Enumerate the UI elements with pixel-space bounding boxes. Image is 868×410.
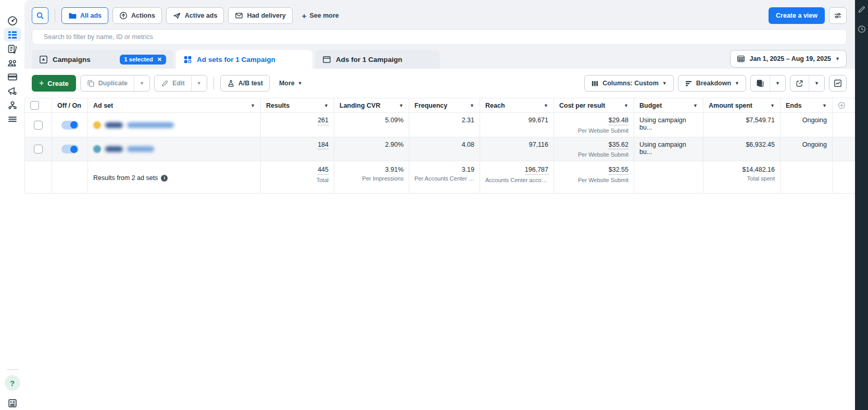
edit-pencil-icon[interactable] [858,5,866,14]
more-button[interactable]: More ▼ [274,80,308,87]
sort-icon[interactable]: ▼ [624,103,628,108]
info-icon[interactable]: i [161,175,168,182]
select-all-checkbox[interactable] [30,101,39,110]
copy-icon [87,80,95,87]
summary-empty-cell [52,161,88,193]
search-input[interactable] [32,29,847,45]
chevron-down-icon: ▼ [662,81,667,86]
account-overview-icon[interactable] [4,14,21,28]
selected-badge[interactable]: 1 selected ✕ [120,55,166,65]
clear-selection-icon[interactable]: ✕ [157,56,162,63]
tab-ad-sets[interactable]: Ad sets for 1 Campaign [176,50,312,69]
summary-empty-cell [24,161,52,193]
redacted-name-part [127,146,154,152]
duplicate-button[interactable]: Duplicate [81,75,134,91]
sort-icon[interactable]: ▼ [822,103,827,108]
status-toggle[interactable] [61,121,79,130]
date-range-picker[interactable]: Jan 1, 2025 – Aug 19, 2025 ▼ [730,50,847,68]
row-checkbox-cell [24,137,52,161]
filter-label: Active ads [185,12,218,19]
summary-cost-cell: $32.55Per Website Submit [554,161,634,193]
right-tools-rail [855,0,868,410]
sort-icon[interactable]: ▼ [250,103,255,108]
more-label: More [279,80,295,87]
ad-set-name-cell[interactable] [88,113,261,137]
sort-icon[interactable]: ▼ [399,103,404,108]
ab-test-button[interactable]: A/B test [220,75,270,92]
reports-nav-icon[interactable] [4,42,21,56]
pencil-icon [161,80,169,87]
ab-test-label: A/B test [238,80,263,87]
filter-label: Had delivery [247,12,285,19]
see-more-button[interactable]: + See more [297,11,344,20]
header-budget[interactable]: Budget▼ [634,98,703,112]
tab-label: Ad sets for 1 Campaign [197,56,275,63]
summary-frequency-cell: 3.19Per Accounts Center accou... [409,161,480,193]
header-frequency[interactable]: Frequency▼ [409,98,480,112]
breakdown-button[interactable]: Breakdown ▼ [678,75,746,92]
events-manager-nav-icon[interactable] [4,98,21,112]
header-ends[interactable]: Ends▼ [781,98,833,112]
summary-reach-cell: 196,787Accounts Center accounts [480,161,554,193]
all-tools-menu-icon[interactable] [4,112,21,126]
sort-icon[interactable]: ▼ [693,103,698,108]
calendar-icon [737,55,745,63]
header-reach[interactable]: Reach▼ [480,98,554,112]
view-settings-button[interactable] [829,7,847,24]
campaign-icon [39,55,48,64]
columns-button[interactable]: Columns: Custom ▼ [584,75,674,92]
help-button[interactable]: ? [5,375,20,391]
charts-button[interactable] [829,75,847,92]
filter-actions[interactable]: Actions [112,7,162,24]
reports-stack-icon [756,79,764,87]
reports-split-button: ▼ [750,75,786,92]
table-row[interactable]: 184 2.90% 4.08 97,116 $35.62Per Website … [24,137,855,162]
header-landing-cvr[interactable]: Landing CVR▼ [334,98,409,112]
search-filter-button[interactable] [32,7,48,24]
tab-ads[interactable]: Ads for 1 Campaign [315,50,440,69]
history-clock-icon[interactable] [858,25,866,33]
header-ad-set[interactable]: Ad set▼ [88,98,261,112]
ad-sets-table: Off / On Ad set▼ Results▼ Landing CVR▼ F… [24,98,855,194]
filter-active-ads[interactable]: Active ads [166,7,224,24]
summary-row: Results from 2 ad sets i 445Total 3.91%P… [24,161,855,194]
table-row[interactable]: 261 5.09% 2.31 99,671 $29.48Per Website … [24,113,855,137]
tab-campaigns[interactable]: Campaigns 1 selected ✕ [32,50,173,69]
ad-set-name-cell[interactable] [88,137,261,161]
reports-dropdown-arrow[interactable]: ▼ [770,75,785,91]
sort-icon[interactable]: ▼ [544,103,548,108]
header-amount-spent[interactable]: Amount spent▼ [703,98,781,112]
search-row [24,24,855,45]
edit-dropdown-arrow[interactable]: ▼ [191,75,207,91]
sort-icon[interactable]: ▼ [324,103,329,108]
columns-label: Columns: Custom [602,80,659,87]
row-checkbox[interactable] [34,121,43,130]
reports-button[interactable] [751,75,770,91]
ad-set-grid-icon [183,55,192,64]
updates-news-icon[interactable] [4,396,21,410]
amount-spent-cell: $6,932.45 [703,137,781,161]
audiences-nav-icon[interactable] [4,56,21,70]
header-results[interactable]: Results▼ [261,98,334,112]
content-card: + Create Duplicate ▼ Edit ▼ [24,69,855,410]
row-checkbox[interactable] [34,145,43,153]
status-toggle[interactable] [61,145,79,153]
landing-cvr-cell: 2.90% [334,137,409,161]
campaigns-nav-icon[interactable] [4,28,21,42]
add-column-button[interactable] [833,98,855,112]
create-a-view-button[interactable]: Create a view [769,7,825,24]
duplicate-dropdown-arrow[interactable]: ▼ [134,75,149,91]
edit-button[interactable]: Edit [155,75,191,91]
filter-had-delivery[interactable]: Had delivery [228,7,292,24]
envelope-icon [235,11,243,20]
create-button[interactable]: + Create [32,75,76,92]
header-cost-per-result[interactable]: Cost per result▼ [554,98,634,112]
ends-cell: Ongoing [781,137,833,161]
sort-icon[interactable]: ▼ [470,103,474,108]
filter-all-ads[interactable]: All ads [61,7,108,24]
billing-nav-icon[interactable] [4,70,21,84]
ads-settings-nav-icon[interactable] [4,84,21,98]
export-dropdown-arrow[interactable]: ▼ [809,75,824,91]
export-button[interactable] [790,75,809,91]
sort-icon[interactable]: ▼ [770,103,775,108]
